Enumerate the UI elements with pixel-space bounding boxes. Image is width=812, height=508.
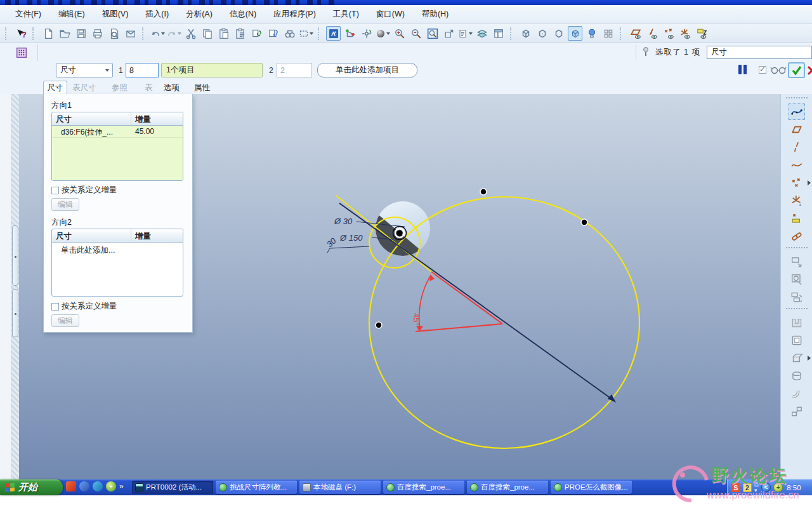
copy-geometry-group-icon[interactable] bbox=[789, 289, 805, 305]
pattern-point[interactable] bbox=[581, 219, 587, 225]
add-dimension-placeholder[interactable]: 单击此处添加... bbox=[52, 243, 183, 256]
enhanced-realism-icon[interactable] bbox=[584, 26, 599, 41]
annotation-display-icon[interactable] bbox=[694, 26, 709, 41]
menu-file[interactable]: 文件(F) bbox=[15, 9, 41, 20]
copy-icon[interactable] bbox=[200, 26, 214, 41]
blend-tool-icon[interactable] bbox=[789, 403, 805, 420]
context-help-icon[interactable]: ? bbox=[13, 26, 28, 41]
rectangle-tool-icon[interactable] bbox=[789, 121, 805, 138]
selection-filter-input[interactable] bbox=[707, 46, 812, 59]
edit-button-direction2[interactable]: 编辑 bbox=[51, 314, 79, 327]
tray-mini-icon[interactable]: ⎙▾ bbox=[754, 482, 759, 493]
add-items-button[interactable]: 单击此处添加项目 bbox=[317, 63, 417, 77]
no-hidden-icon[interactable] bbox=[551, 26, 566, 41]
preview-checkbox[interactable] bbox=[759, 66, 766, 74]
print-icon[interactable] bbox=[90, 26, 105, 41]
extrude-tool-icon[interactable] bbox=[789, 350, 805, 366]
copy-geometry-icon[interactable] bbox=[789, 253, 805, 270]
auto-regenerate-icon[interactable] bbox=[266, 26, 280, 41]
toolbar-grip[interactable] bbox=[620, 27, 624, 40]
csys-display-icon[interactable] bbox=[678, 26, 692, 41]
tab-properties[interactable]: 属性 bbox=[194, 83, 210, 93]
save-icon[interactable] bbox=[74, 26, 88, 41]
layers-icon[interactable] bbox=[475, 26, 489, 41]
point-display-icon[interactable] bbox=[661, 26, 676, 41]
tray-update-icon[interactable]: + bbox=[773, 483, 783, 492]
shaded-icon[interactable] bbox=[568, 26, 582, 41]
direction2-count-input[interactable] bbox=[277, 63, 312, 77]
paste-special-icon[interactable] bbox=[233, 26, 247, 41]
direction1-items-field[interactable]: 1个项目 bbox=[161, 63, 263, 77]
wireframe-icon[interactable] bbox=[518, 26, 533, 41]
line-tool-icon[interactable] bbox=[789, 139, 805, 156]
relation-checkbox1[interactable] bbox=[51, 187, 59, 194]
quicklaunch-app2-icon[interactable] bbox=[79, 481, 89, 491]
hidden-line-icon[interactable] bbox=[535, 26, 549, 41]
dimension-tool-icon[interactable] bbox=[789, 210, 805, 227]
relation-increment-option1[interactable]: 按关系定义增量 bbox=[51, 185, 117, 196]
quicklaunch-app3-icon[interactable] bbox=[93, 481, 103, 491]
model-annotations-icon[interactable] bbox=[343, 26, 357, 41]
tab-references[interactable]: 参照 bbox=[112, 83, 128, 93]
pattern-type-dropdown[interactable]: 尺寸 bbox=[56, 63, 113, 77]
dimension-dia30[interactable]: Ø 30 bbox=[334, 217, 353, 226]
csys-tool-icon[interactable] bbox=[789, 192, 805, 209]
redo-icon[interactable] bbox=[167, 26, 181, 41]
taskbar-task-proe-screenshot[interactable]: PROE怎么截图像... bbox=[551, 481, 632, 494]
menu-applications[interactable]: 应用程序(P) bbox=[273, 9, 316, 20]
direction1-count-input[interactable] bbox=[126, 63, 159, 77]
table-row[interactable]: d36:F6(拉伸_... 45.00 bbox=[52, 126, 183, 138]
pattern-leader-point[interactable] bbox=[393, 227, 407, 240]
menu-edit[interactable]: 编辑(E) bbox=[58, 9, 85, 20]
tab-table[interactable]: 表 bbox=[145, 83, 153, 93]
tab-options[interactable]: 选项 bbox=[164, 83, 180, 93]
send-email-icon[interactable] bbox=[123, 26, 138, 41]
curve-tool-icon[interactable] bbox=[789, 157, 805, 173]
publish-geometry-icon[interactable] bbox=[789, 271, 805, 288]
pattern-point[interactable] bbox=[376, 322, 382, 328]
zoom-out-icon[interactable] bbox=[409, 26, 423, 41]
spin-center-icon[interactable] bbox=[359, 26, 374, 41]
link-tool-icon[interactable] bbox=[789, 228, 805, 244]
toolbar-grip[interactable] bbox=[32, 27, 36, 40]
table-body[interactable]: d36:F6(拉伸_... 45.00 bbox=[52, 126, 183, 180]
menu-help[interactable]: 帮助(H) bbox=[422, 9, 449, 20]
sash-handle[interactable] bbox=[12, 225, 18, 286]
point-tool-icon[interactable] bbox=[789, 175, 805, 191]
plane-display-icon[interactable] bbox=[628, 26, 643, 41]
quicklaunch-app4-icon[interactable]: + bbox=[106, 481, 116, 491]
toolbar-grip[interactable] bbox=[786, 247, 808, 251]
quicklaunch-overflow-chevron[interactable]: » bbox=[119, 482, 124, 491]
preview-glasses-icon[interactable] bbox=[770, 65, 787, 74]
direction2-table[interactable]: 尺寸 增量 单击此处添加... bbox=[51, 229, 183, 297]
new-file-icon[interactable] bbox=[41, 26, 55, 41]
edit-button-direction1[interactable]: 编辑 bbox=[51, 198, 79, 211]
print-preview-icon[interactable] bbox=[107, 26, 121, 41]
sash-handle[interactable] bbox=[12, 289, 18, 337]
menu-view[interactable]: 视图(V) bbox=[102, 9, 129, 20]
menu-window[interactable]: 窗口(W) bbox=[376, 9, 405, 20]
pattern-point[interactable] bbox=[480, 189, 487, 195]
paste-icon[interactable] bbox=[216, 26, 231, 41]
sweep-tool-icon[interactable] bbox=[789, 385, 805, 402]
cancel-button[interactable] bbox=[806, 63, 812, 77]
menu-info[interactable]: 信息(N) bbox=[230, 9, 256, 20]
open-file-icon[interactable] bbox=[57, 26, 72, 41]
start-button[interactable]: 开始 bbox=[0, 479, 63, 495]
pause-icon[interactable] bbox=[738, 65, 747, 74]
toolbar-grip[interactable] bbox=[142, 27, 146, 40]
reorient-icon[interactable] bbox=[442, 26, 456, 41]
regenerate-icon[interactable] bbox=[249, 26, 264, 41]
zoom-in-icon[interactable] bbox=[392, 26, 407, 41]
tray-sogou-icon[interactable]: S bbox=[731, 483, 740, 492]
toolbar-grip[interactable] bbox=[786, 97, 808, 101]
tab-table-dimensions[interactable]: 表尺寸 bbox=[72, 83, 96, 93]
taskbar-task-baidu1[interactable]: 百度搜索_proe... bbox=[383, 481, 464, 494]
dimension-dia150[interactable]: Ø 150 bbox=[339, 233, 363, 243]
revolve-tool-icon[interactable] bbox=[789, 368, 805, 384]
quicklaunch-app1-icon[interactable] bbox=[66, 481, 76, 491]
relation-increment-option2[interactable]: 按关系定义增量 bbox=[51, 301, 117, 312]
axis-display-icon[interactable] bbox=[645, 26, 659, 41]
spline-tool-icon[interactable] bbox=[789, 104, 805, 120]
menu-insert[interactable]: 插入(I) bbox=[145, 9, 169, 20]
